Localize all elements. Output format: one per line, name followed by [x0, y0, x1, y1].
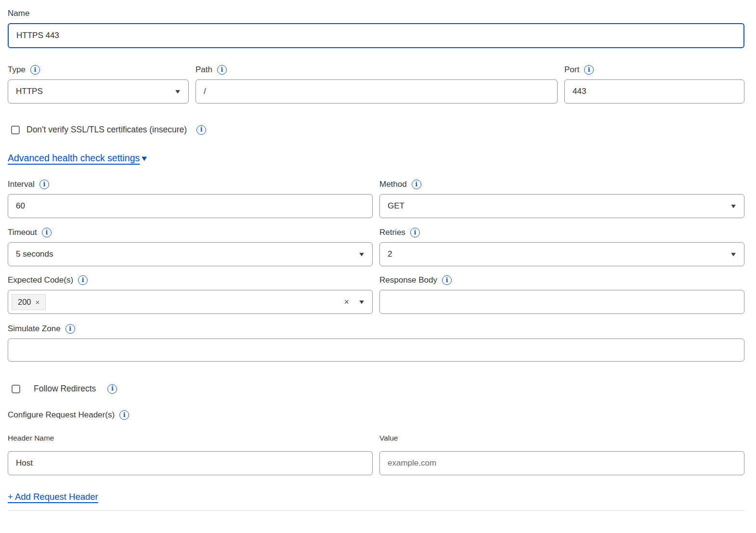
verify-ssl-label: Don't verify SSL/TLS certificates (insec…: [26, 125, 187, 135]
type-select-value: HTTPS: [16, 87, 43, 96]
path-label: Path: [196, 65, 212, 75]
remove-tag-icon[interactable]: ×: [36, 299, 40, 306]
method-select-value: GET: [388, 201, 404, 211]
port-label: Port: [564, 65, 579, 75]
chevron-down-icon: ▼: [730, 203, 737, 209]
follow-redirects-checkbox[interactable]: [12, 385, 20, 393]
chevron-down-icon: ▼: [174, 89, 182, 94]
response-body-label: Response Body: [379, 275, 437, 285]
health-check-form: Name Type i HTTPS ▼ Path i Port i: [0, 0, 756, 511]
chevron-down-icon[interactable]: ▼: [358, 299, 365, 305]
advanced-settings-link[interactable]: Advanced health check settings ▼: [8, 153, 148, 164]
type-info-icon[interactable]: i: [30, 65, 40, 75]
header-value-label: Value: [379, 434, 398, 442]
retries-select-value: 2: [388, 249, 392, 259]
name-input[interactable]: [8, 23, 744, 48]
response-body-input[interactable]: [379, 290, 744, 314]
interval-input[interactable]: [8, 194, 373, 218]
header-value-input[interactable]: [379, 451, 744, 475]
advanced-settings-link-text: Advanced health check settings: [8, 153, 140, 164]
bottom-divider: [8, 510, 744, 511]
verify-ssl-checkbox[interactable]: [11, 126, 20, 134]
response-body-info-icon[interactable]: i: [442, 275, 452, 285]
expected-code-tag-value: 200: [18, 298, 31, 307]
port-input[interactable]: [564, 79, 744, 104]
add-request-header-link[interactable]: + Add Request Header: [8, 492, 98, 502]
simulate-zone-input[interactable]: [8, 338, 744, 362]
method-select[interactable]: GET ▼: [379, 194, 744, 218]
chevron-down-icon: ▼: [730, 251, 737, 257]
path-input[interactable]: [196, 79, 558, 104]
header-name-label: Header Name: [8, 434, 54, 442]
expected-codes-label: Expected Code(s): [8, 275, 73, 285]
interval-info-icon[interactable]: i: [39, 180, 49, 189]
retries-label: Retries: [379, 228, 405, 237]
expected-codes-info-icon[interactable]: i: [78, 275, 88, 285]
timeout-select-value: 5 seconds: [16, 249, 53, 259]
timeout-select[interactable]: 5 seconds ▼: [8, 242, 373, 266]
triangle-down-icon: ▼: [140, 155, 149, 162]
retries-select[interactable]: 2 ▼: [379, 242, 744, 266]
timeout-label: Timeout: [8, 228, 37, 237]
expected-code-tag: 200 ×: [12, 294, 46, 310]
type-label: Type: [8, 65, 26, 75]
configure-headers-info-icon[interactable]: i: [119, 410, 129, 420]
header-name-input[interactable]: [8, 451, 373, 475]
method-info-icon[interactable]: i: [412, 180, 421, 189]
timeout-info-icon[interactable]: i: [42, 228, 52, 237]
follow-redirects-label: Follow Redirects: [34, 384, 96, 394]
configure-headers-label: Configure Request Header(s): [8, 410, 115, 420]
name-label: Name: [8, 9, 29, 18]
request-header-row: [8, 451, 744, 475]
interval-label: Interval: [8, 180, 35, 189]
method-label: Method: [379, 180, 407, 189]
expected-codes-multiselect[interactable]: 200 × × ▼: [8, 290, 373, 314]
path-info-icon[interactable]: i: [217, 65, 227, 75]
clear-all-icon[interactable]: ×: [344, 298, 350, 306]
simulate-zone-info-icon[interactable]: i: [65, 324, 75, 334]
port-info-icon[interactable]: i: [584, 65, 594, 75]
simulate-zone-label: Simulate Zone: [8, 324, 61, 334]
verify-ssl-info-icon[interactable]: i: [196, 125, 206, 135]
type-select[interactable]: HTTPS ▼: [8, 79, 189, 104]
retries-info-icon[interactable]: i: [410, 228, 420, 237]
chevron-down-icon: ▼: [358, 251, 365, 257]
follow-redirects-info-icon[interactable]: i: [107, 384, 117, 394]
